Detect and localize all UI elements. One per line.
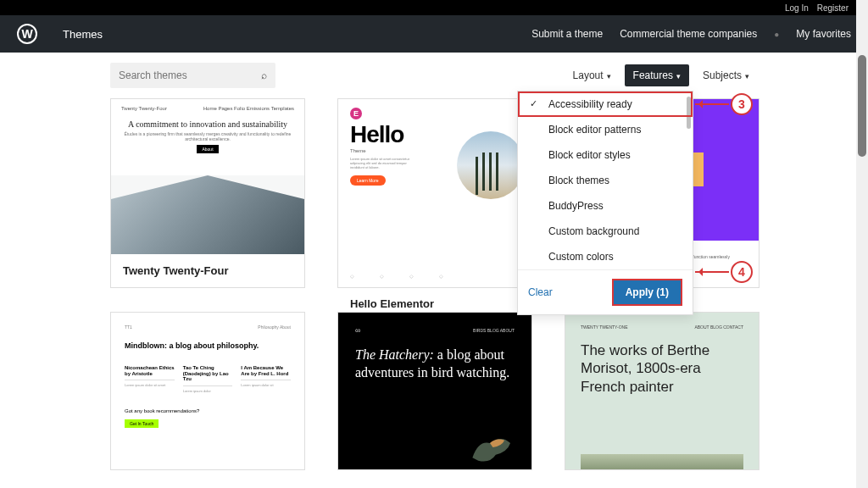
wporg-topbar: Log In Register ⌕ (0, 0, 868, 15)
chevron-down-icon: ▾ (676, 72, 681, 80)
register-link[interactable]: Register (817, 3, 849, 13)
theme-card[interactable]: Twenty Twenty-FourHome Pages Folio Emiss… (110, 98, 305, 288)
login-link[interactable]: Log In (785, 3, 809, 13)
filter-subjects[interactable]: Subjects▾ (694, 64, 758, 86)
theme-card[interactable]: E Hello Theme Lorem ipsum dolor sit amet… (337, 98, 532, 288)
feature-option[interactable]: Block editor styles (518, 142, 693, 168)
filter-layout[interactable]: Layout▾ (565, 64, 620, 86)
search-input[interactable] (119, 69, 261, 81)
feature-option[interactable]: BuddyPress (518, 193, 693, 219)
nav-separator: ● (774, 30, 779, 39)
theme-grid-row2: TT1Philosophy About Mindblown: a blog ab… (0, 288, 868, 470)
feature-option[interactable]: Custom background (518, 219, 693, 244)
page-title: Themes (63, 28, 103, 41)
chevron-down-icon: ▾ (607, 72, 611, 80)
theme-thumbnail: E Hello Theme Lorem ipsum dolor sit amet… (338, 99, 531, 287)
nav-submit-theme[interactable]: Submit a theme (531, 28, 603, 40)
theme-card[interactable]: TT1Philosophy About Mindblown: a blog ab… (110, 312, 305, 470)
theme-card[interactable]: TWENTY TWENTY-ONEABOUT BLOG CONTACT The … (565, 312, 760, 470)
clear-button[interactable]: Clear (528, 286, 553, 298)
theme-card[interactable]: ∞BIRDS BLOG ABOUT The Hatchery: a blog a… (337, 312, 532, 470)
features-dropdown: Accessibility ready Block editor pattern… (517, 91, 693, 315)
annotation-3: 3 (731, 93, 753, 115)
feature-option[interactable]: Block editor patterns (518, 117, 693, 142)
apply-button[interactable]: Apply (1) (612, 279, 682, 306)
feature-option[interactable]: Block themes (518, 168, 693, 193)
theme-thumbnail: Twenty Twenty-FourHome Pages Folio Emiss… (111, 99, 304, 254)
annotation-4: 4 (731, 261, 753, 283)
nav-commercial[interactable]: Commercial theme companies (620, 28, 757, 40)
page-scrollbar[interactable] (856, 0, 868, 488)
wordpress-logo-icon[interactable]: W (17, 24, 37, 44)
filter-features[interactable]: Features▾ (625, 64, 689, 86)
masthead: W Themes Submit a theme Commercial theme… (0, 15, 868, 53)
theme-title: Twenty Twenty-Four (111, 254, 304, 287)
chevron-down-icon: ▾ (745, 72, 749, 80)
nav-favorites[interactable]: My favorites (796, 28, 851, 40)
feature-option[interactable]: Custom colors (518, 244, 693, 269)
filter-bar: ⌕ Layout▾ Features▾ Subjects▾ (0, 53, 868, 98)
feature-option-accessibility[interactable]: Accessibility ready (518, 92, 693, 117)
theme-grid: Twenty Twenty-FourHome Pages Folio Emiss… (0, 98, 868, 288)
search-icon[interactable]: ⌕ (261, 69, 267, 81)
search-box[interactable]: ⌕ (110, 63, 275, 88)
